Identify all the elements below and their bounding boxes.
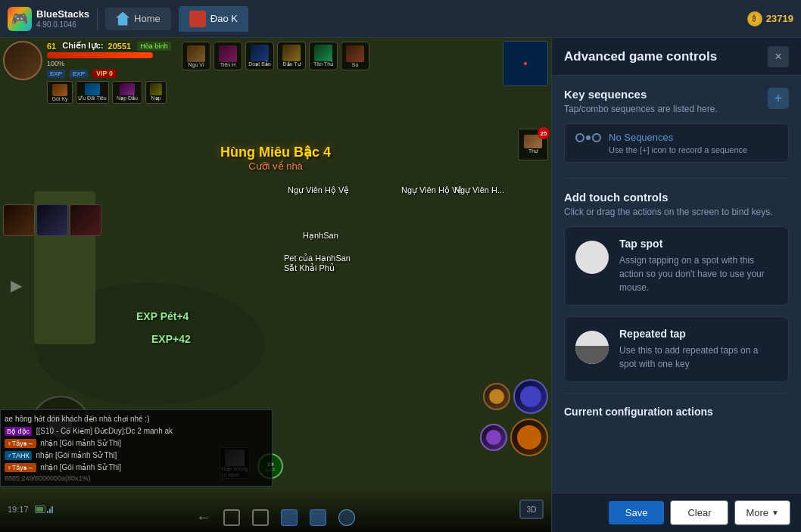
item-slot-su[interactable]: Su [341, 42, 369, 70]
skill-icon-1 [52, 84, 67, 96]
mail-label: Thư [528, 148, 538, 154]
item-icon-1 [187, 45, 205, 62]
key-sequences-header: Key sequences Tap/combo sequences are li… [564, 88, 789, 123]
panel-close-btn[interactable]: × [768, 46, 789, 67]
app-name: BlueStacks [36, 8, 89, 20]
skill-slot-1[interactable]: Gói Ky [47, 81, 73, 104]
panel-header: Advanced game controls × [552, 38, 801, 76]
home-btn[interactable] [223, 509, 240, 526]
item-icon-doat-bao [251, 45, 269, 61]
peace-badge: Hòa bình [137, 42, 171, 51]
item-slot-dau-tu[interactable]: Đầu Tư [277, 42, 306, 70]
touch-controls-title: Add touch controls [564, 191, 789, 204]
skill-slot-3[interactable]: Nạp Đầu [112, 81, 142, 104]
recents-btn[interactable] [252, 509, 269, 526]
boss-title: Hùng Miêu Bậc 4 [220, 144, 331, 160]
hp-fill [47, 52, 153, 58]
current-config-label: Current configuration actions [564, 406, 789, 418]
tap-spot-title: Tap spot [619, 238, 778, 250]
more-label: More [746, 507, 768, 518]
chat-line-4: ♀Tây♠～ nhận [Gói mảnh Sử Thi] [5, 462, 268, 473]
layout-btn[interactable] [310, 509, 326, 526]
item-name-su: Su [352, 62, 359, 67]
chat-box: ae hông hớt đón khách đến nhà chơi nhé :… [0, 409, 273, 487]
seq-circle-2 [592, 133, 601, 142]
chat-tag-tank: ♂ТАНК [5, 451, 32, 460]
right-skill-row-1 [483, 379, 548, 414]
tap-spot-desc: Assign tapping on a spot with this actio… [619, 254, 778, 294]
home-nav-btn[interactable]: Home [105, 8, 171, 30]
exp-badge2: EXP [70, 70, 88, 78]
chevron-down-icon: ▼ [771, 509, 779, 517]
coin-area: ₿ 23719 [747, 11, 793, 26]
game-tab-label: Đao K [210, 13, 238, 24]
chat-line-3: ♂ТАНК nhận [Gói mảnh Sử Thi] [5, 450, 268, 461]
mail-icon-btn[interactable]: Thư 25 [518, 129, 548, 160]
player-icon-3 [70, 204, 101, 236]
skill-bar-top: Gói Ky Ưu Đãi Tiêu Nạp Đầu Nạp [47, 81, 171, 104]
item-name-1: Ngu Vi [189, 62, 204, 67]
3d-toggle-btn[interactable]: 3D [519, 499, 544, 519]
char-power: 20551 [108, 42, 132, 51]
clear-button[interactable]: Clear [670, 500, 728, 525]
right-skill-2[interactable] [513, 379, 548, 414]
home-label: Home [134, 13, 161, 24]
no-sequences-label: No Sequences [609, 132, 747, 143]
nav-arrow-icon[interactable]: ▶ [11, 276, 22, 294]
back-btn[interactable]: ← [196, 509, 211, 526]
vip-badge: VIP 0 [92, 69, 117, 78]
mail-badge: 25 [538, 127, 550, 139]
right-skill-row-2 [480, 418, 548, 456]
game-tab[interactable]: Đao K [179, 6, 248, 32]
topbar-divider [97, 8, 98, 30]
item-slot-1[interactable]: Ngu Vi [182, 42, 210, 70]
panel-body: Key sequences Tap/combo sequences are li… [552, 76, 801, 493]
signal-icons [35, 506, 53, 513]
item-slot-2[interactable]: Tiên H [213, 42, 242, 70]
hp-bar [47, 52, 153, 58]
repeated-tap-title: Repeated tap [619, 328, 778, 340]
item-bar: Ngu Vi Tiên H Doạt Bảo Đầu Tư Tân Thủ Su [182, 42, 369, 70]
item-icon-su [346, 45, 364, 62]
touch-controls-desc: Click or drag the actions on the screen … [564, 207, 789, 217]
item-slot-doat-bao[interactable]: Doạt Bảo [245, 42, 274, 70]
skill-slot-4[interactable]: Nạp [145, 81, 167, 104]
more-button[interactable]: More ▼ [734, 500, 790, 525]
repeated-tap-card: Repeated tap Use this to add repeated ta… [564, 316, 789, 382]
logo-icon: 🎮 [8, 7, 32, 31]
item-name-dau-tu: Đầu Tư [282, 61, 300, 67]
topbar: 🎮 BlueStacks 4.90.0.1046 Home Đao K ₿ 23… [0, 0, 801, 38]
skill-label-2: Ưu Đãi Tiêu [78, 95, 107, 101]
settings-circle-btn[interactable] [338, 509, 355, 526]
repeated-tap-desc: Use this to add repeated taps on a spot … [619, 344, 778, 371]
game-tab-icon [189, 11, 206, 27]
item-slot-tan-thu[interactable]: Tân Thủ [309, 42, 338, 70]
section-divider-1 [564, 178, 789, 179]
item-name-2: Tiên H [220, 62, 235, 67]
char-label: Chiến lực: [62, 41, 103, 51]
chat-line-1: Bộ độc [[S10 - Cố Kiếm] ĐứcDuy]:Dc 2 man… [5, 426, 268, 437]
panel-title: Advanced game controls [564, 49, 717, 64]
skill-icon-4 [150, 83, 162, 95]
item-name-tan-thu: Tân Thủ [313, 61, 333, 67]
add-sequence-btn[interactable]: + [768, 88, 789, 109]
char-avatar [3, 41, 42, 80]
keyboard-btn[interactable] [281, 509, 298, 526]
key-sequences-box: No Sequences Use the [+] icon to record … [564, 123, 789, 163]
skill-label-4: Nạp [151, 95, 161, 101]
skill-slot-2[interactable]: Ưu Đãi Tiêu [76, 81, 109, 104]
game-area: ▶ 61 Chiến lực: 20551 Hòa bình 100% EXP … [0, 38, 551, 532]
item-icon-tan-thu [314, 45, 332, 61]
right-skill-1[interactable] [483, 383, 510, 410]
right-skill-3[interactable] [480, 424, 507, 451]
wifi-icon [47, 506, 53, 513]
right-skill-attack[interactable] [510, 418, 548, 456]
save-button[interactable]: Save [609, 501, 665, 524]
player-icons [3, 204, 101, 236]
key-sequences-title-area: Key sequences Tap/combo sequences are li… [564, 88, 718, 123]
chat-tag-s2: ♀Tây♠～ [5, 463, 36, 472]
npc-label-1: Ngự Viên Hộ Vệ [288, 185, 349, 195]
minimap [503, 41, 548, 86]
item-icon-2 [219, 45, 237, 62]
coin-icon: ₿ [747, 11, 762, 26]
